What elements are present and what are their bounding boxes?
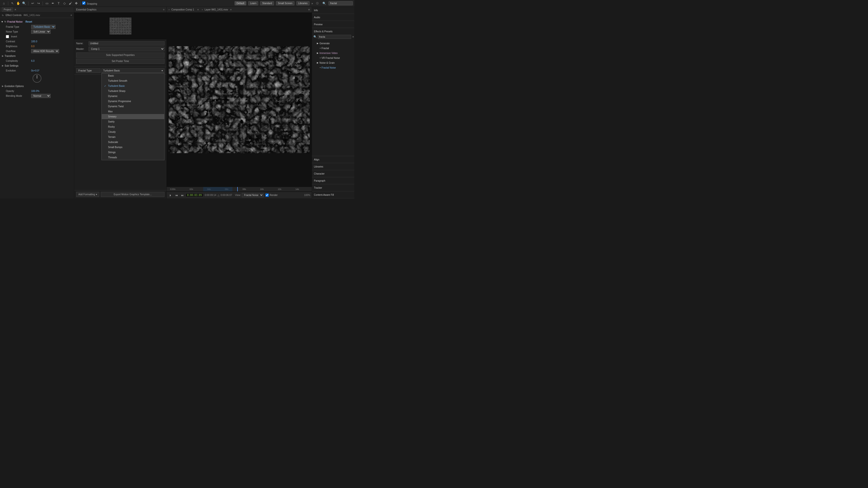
dropdown-item-small-bumps[interactable]: Small Bumps: [102, 145, 164, 150]
fractal-type-dropdown-btn[interactable]: Turbulent Basic ▾: [101, 68, 164, 73]
blending-mode-select[interactable]: Normal: [31, 94, 51, 98]
close-project[interactable]: ✕: [14, 8, 16, 11]
dropdown-item-dynamic-twist[interactable]: Dynamic Twist: [102, 104, 164, 109]
project-tab[interactable]: Project: [2, 7, 13, 12]
text-tool[interactable]: T: [56, 1, 61, 6]
dropdown-item-turbulent-basic[interactable]: ✓ Turbulent Basic: [102, 84, 164, 89]
vr-fractal-item[interactable]: ▪ VR Fractal Noise: [314, 56, 352, 60]
character-header[interactable]: Character: [312, 171, 354, 176]
workspace-standard[interactable]: Standard: [260, 1, 274, 5]
audio-header[interactable]: Audio: [312, 15, 354, 20]
dropdown-item-swirly[interactable]: Swirly: [102, 119, 164, 124]
export-template-btn[interactable]: Export Motion Graphics Template...: [101, 192, 164, 197]
dropdown-item-dynamic-progressive[interactable]: Dynamic Progressive: [102, 99, 164, 104]
snapping-checkbox[interactable]: [82, 1, 85, 5]
comp-menu[interactable]: ≡: [308, 8, 310, 11]
complexity-value[interactable]: 6.0: [31, 60, 35, 62]
step-back-btn[interactable]: ⏮: [174, 193, 179, 198]
tracker-header[interactable]: Tracker: [312, 185, 354, 190]
info-header[interactable]: Info: [312, 8, 354, 13]
overflow-select[interactable]: Allow HDR Results: [31, 49, 59, 53]
zoom-tool[interactable]: 🔍: [22, 1, 27, 6]
fractal-item[interactable]: ▪ Fractal: [314, 46, 352, 51]
view-select[interactable]: Fractal Noise: [242, 193, 264, 197]
contrast-value[interactable]: 100.0: [31, 40, 37, 43]
evolution-value[interactable]: 0x+0.0°: [31, 69, 39, 72]
evolution-dial[interactable]: [33, 74, 41, 83]
workspace-libraries[interactable]: Libraries: [297, 1, 310, 5]
search-input[interactable]: [329, 1, 353, 5]
comp-tab-label[interactable]: Composition Comp 1: [171, 8, 194, 11]
fractal-noise-item[interactable]: ▪ Fractal Noise: [314, 65, 352, 70]
add-formatting-btn[interactable]: Add Formatting ▾: [76, 192, 99, 197]
transform-group[interactable]: ▶ Transform: [0, 54, 74, 58]
select-tool[interactable]: ↖: [10, 1, 15, 6]
noise-grain-label: Noise & Grain: [319, 62, 335, 64]
pen-tool[interactable]: ✒: [50, 1, 55, 6]
shape-tool[interactable]: ◇: [62, 1, 67, 6]
dropdown-item-strings[interactable]: Strings: [102, 150, 164, 155]
set-poster-time-btn[interactable]: Set Poster Time: [76, 59, 164, 64]
close-effect-controls[interactable]: ≡: [70, 14, 72, 17]
master-select[interactable]: Comp 1: [89, 47, 164, 51]
step-fwd-btn[interactable]: ⏭: [180, 193, 185, 198]
dropdown-item-subscale[interactable]: Subscale: [102, 139, 164, 145]
audio-section: Audio: [312, 14, 354, 21]
fractal-type-select[interactable]: Turbulent Basic: [31, 25, 56, 29]
redo-tool[interactable]: ↪: [36, 1, 41, 6]
opacity-value[interactable]: 100.0%: [31, 90, 39, 92]
expand-workspaces[interactable]: »: [311, 2, 313, 5]
render-checkbox[interactable]: [266, 194, 269, 197]
workspace-learn[interactable]: Learn: [248, 1, 258, 5]
reset-button[interactable]: Reset: [26, 21, 32, 23]
effects-search-input[interactable]: [318, 35, 351, 39]
workspace-small-screen[interactable]: Small Screen: [276, 1, 294, 5]
puppet-tool[interactable]: ✤: [74, 1, 79, 6]
dropdown-item-turbulent-smooth[interactable]: Turbulent Smooth: [102, 78, 164, 84]
invert-checkbox[interactable]: [6, 35, 9, 38]
eg-menu[interactable]: ≡: [163, 8, 164, 11]
dropdown-item-basic[interactable]: Basic: [102, 73, 164, 78]
layer-tab-label[interactable]: Layer IMG_1431.mov: [205, 8, 228, 11]
name-input[interactable]: [89, 41, 164, 45]
workspace-default[interactable]: Default: [235, 1, 246, 5]
brush-tool[interactable]: 🖌: [68, 1, 73, 6]
solo-properties-btn[interactable]: Solo Supported Properties: [76, 53, 164, 58]
comp-playhead[interactable]: [237, 187, 238, 191]
fx-collapse[interactable]: ▼: [1, 21, 3, 23]
dropdown-item-turbulent-sharp[interactable]: Turbulent Sharp: [102, 89, 164, 94]
info-icon[interactable]: ⓘ: [315, 1, 320, 6]
sub-settings-group[interactable]: ▶ Sub Settings: [0, 63, 74, 68]
align-header[interactable]: Align: [312, 157, 354, 162]
noise-grain-group[interactable]: ▶ Noise & Grain: [314, 60, 352, 65]
undo-tool[interactable]: ↩: [30, 1, 35, 6]
sub-settings-label: Sub Settings: [5, 64, 19, 67]
content-aware-label: Content-Aware Fill: [314, 194, 334, 196]
effects-presets-header[interactable]: Effects & Presets: [312, 29, 354, 34]
dropdown-item-threads[interactable]: Threads: [102, 155, 164, 160]
timecode-display[interactable]: 0:00:03:09: [186, 193, 203, 197]
mask-tool[interactable]: ▭: [44, 1, 50, 6]
home-icon[interactable]: ⌂: [1, 1, 6, 6]
dropdown-item-max[interactable]: Max: [102, 109, 164, 114]
immersive-video-group[interactable]: ▶ Immersive Video: [314, 51, 352, 56]
dropdown-item-rocky[interactable]: Rocky: [102, 124, 164, 129]
content-aware-header[interactable]: Content-Aware Fill: [312, 192, 354, 197]
search-clear-btn[interactable]: ✕: [352, 35, 354, 38]
generate-group[interactable]: ▶ Generate: [314, 41, 352, 46]
dropdown-item-dynamic[interactable]: Dynamic: [102, 94, 164, 99]
evolution-options-group[interactable]: ▶ Evolution Options: [0, 84, 74, 89]
search-icon[interactable]: 🔍: [322, 1, 327, 6]
brightness-value[interactable]: 0.0: [31, 45, 35, 48]
dropdown-item-cloudy[interactable]: Cloudy: [102, 129, 164, 134]
preview-header[interactable]: Preview: [312, 22, 354, 27]
dropdown-item-smeary[interactable]: Smeary: [102, 114, 164, 119]
libraries-header[interactable]: Libraries: [312, 164, 354, 169]
dropdown-item-terrain[interactable]: Terrain: [102, 134, 164, 139]
layer-close[interactable]: ✕: [230, 8, 232, 11]
paragraph-header[interactable]: Paragraph: [312, 178, 354, 183]
comp-close[interactable]: ✕: [197, 8, 199, 11]
noise-type-select[interactable]: Soft Linear: [31, 30, 51, 34]
play-pause-btn[interactable]: ⏵: [168, 193, 173, 198]
hand-tool[interactable]: ✋: [16, 1, 21, 6]
